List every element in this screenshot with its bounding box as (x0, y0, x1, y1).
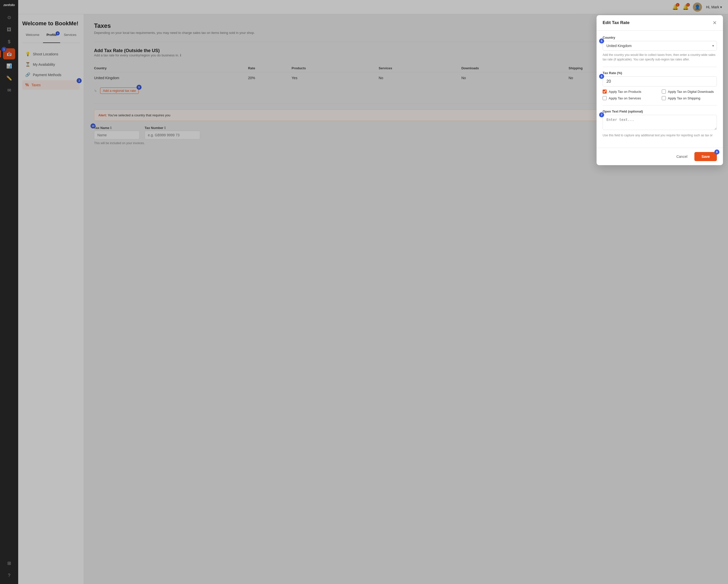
checkbox-products-input[interactable] (603, 90, 607, 94)
checkbox-digital-downloads-input[interactable] (662, 90, 666, 94)
country-select-wrapper: 5 United Kingdom United States Germany F… (603, 41, 717, 51)
tax-rate-label: Tax Rate (%) (603, 71, 717, 75)
checkbox-services-input[interactable] (603, 96, 607, 100)
modal-body: Country 5 United Kingdom United States G… (597, 31, 723, 148)
country-select[interactable]: United Kingdom United States Germany Fra… (603, 41, 717, 51)
save-btn-wrapper: Save 8 (694, 152, 717, 161)
open-text-input[interactable] (603, 115, 717, 130)
checkbox-shipping-label: Apply Tax on Shipping (668, 96, 700, 100)
modal-header: Edit Tax Rate ✕ (597, 15, 723, 31)
checkbox-grid: Apply Tax on Products Apply Tax on Digit… (603, 90, 717, 100)
open-text-label: Open Text Field (optional) (603, 109, 717, 113)
checkbox-digital-downloads-label: Apply Tax on Digital Downloads (668, 90, 714, 94)
tax-rate-input-wrapper: 6 20 (603, 76, 717, 86)
checkbox-digital-downloads[interactable]: Apply Tax on Digital Downloads (662, 90, 717, 94)
modal-title: Edit Tax Rate (603, 20, 629, 25)
checkbox-services-label: Apply Tax on Services (609, 96, 641, 100)
open-text-wrapper: 7 (603, 115, 717, 131)
modal-open-text-section: Open Text Field (optional) 7 Use this fi… (603, 109, 717, 137)
edit-tax-rate-modal: Edit Tax Rate ✕ Country 5 United Kingdom… (597, 15, 723, 165)
modal-overlay: Edit Tax Rate ✕ Country 5 United Kingdom… (0, 0, 728, 584)
checkbox-services[interactable]: Apply Tax on Services (603, 96, 658, 100)
tax-rate-input[interactable]: 20 (603, 76, 717, 86)
modal-country-section: Country 5 United Kingdom United States G… (603, 36, 717, 62)
step-8: 8 (714, 150, 720, 155)
country-hint: Add the country you would like to collec… (603, 53, 717, 62)
cancel-button[interactable]: Cancel (672, 153, 692, 160)
modal-close-button[interactable]: ✕ (712, 20, 717, 26)
checkbox-products-label: Apply Tax on Products (609, 90, 641, 94)
modal-footer: Cancel Save 8 (597, 148, 723, 165)
open-text-hint: Use this field to capture any additional… (603, 133, 717, 137)
save-button[interactable]: Save (694, 152, 717, 161)
checkbox-shipping[interactable]: Apply Tax on Shipping (662, 96, 717, 100)
step-5: 5 (599, 39, 604, 44)
checkbox-shipping-input[interactable] (662, 96, 666, 100)
step-7: 7 (599, 112, 604, 117)
modal-tax-rate-section: Tax Rate (%) 6 20 Apply Tax on Products … (603, 71, 717, 100)
country-field-label: Country (603, 36, 717, 40)
checkbox-products[interactable]: Apply Tax on Products (603, 90, 658, 94)
step-6: 6 (599, 74, 604, 79)
